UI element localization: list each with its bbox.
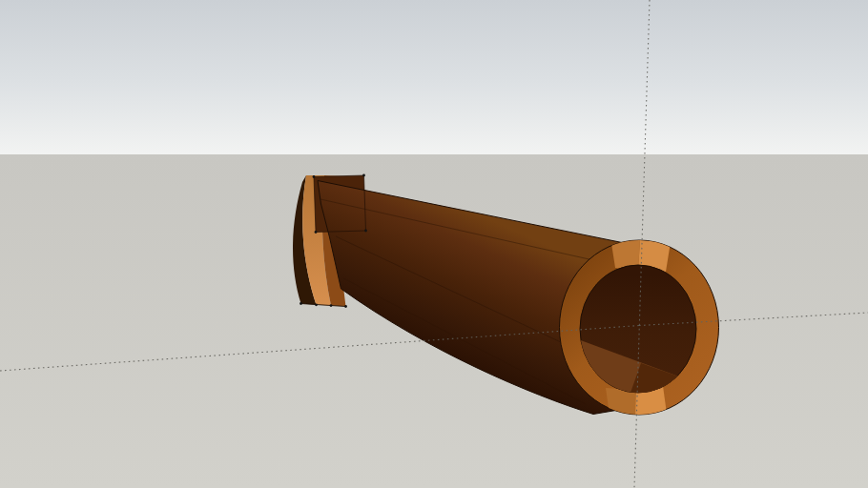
viewport-3d[interactable] — [0, 0, 868, 488]
model-scene — [0, 0, 868, 488]
